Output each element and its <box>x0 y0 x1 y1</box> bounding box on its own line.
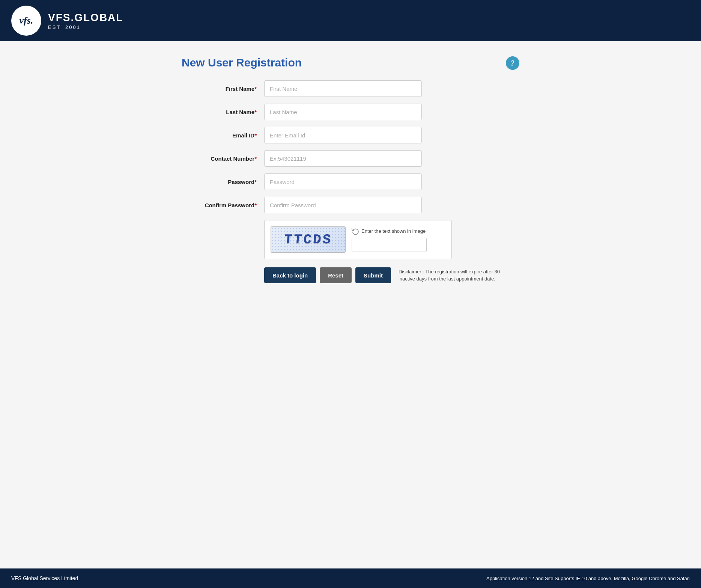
button-row: Back to login Reset Submit Disclaimer : … <box>264 267 519 283</box>
captcha-input[interactable] <box>352 238 427 252</box>
confirm-password-label: Confirm Password* <box>182 202 264 208</box>
contact-input[interactable] <box>264 150 422 167</box>
captcha-instruction-text: Enter the text shown in image <box>361 228 426 234</box>
email-label: Email ID* <box>182 132 264 139</box>
email-input[interactable] <box>264 127 422 143</box>
last-name-input[interactable] <box>264 104 422 120</box>
captcha-image: TTCDS <box>271 226 346 253</box>
footer-right: Application version 12 and Site Supports… <box>486 576 690 581</box>
logo-circle: vfs. <box>11 6 41 36</box>
main-content: ? New User Registration First Name* Last… <box>0 41 701 568</box>
captcha-section: TTCDS Enter the text shown in image <box>264 220 452 259</box>
reset-button[interactable]: Reset <box>320 267 352 283</box>
submit-button[interactable]: Submit <box>355 267 391 283</box>
back-to-login-button[interactable]: Back to login <box>264 267 316 283</box>
disclaimer-text: Disclaimer : The registration will expir… <box>399 268 504 283</box>
captcha-instruction-row: Enter the text shown in image <box>352 227 427 235</box>
page-title: New User Registration <box>182 56 519 69</box>
brand-est: EST. 2001 <box>48 24 123 30</box>
email-row: Email ID* <box>182 127 519 143</box>
contact-label: Contact Number* <box>182 155 264 162</box>
last-name-label: Last Name* <box>182 109 264 115</box>
contact-row: Contact Number* <box>182 150 519 167</box>
first-name-label: First Name* <box>182 86 264 92</box>
brand-name: VFS.GLOBAL <box>48 12 123 24</box>
logo-brand: VFS.GLOBAL EST. 2001 <box>48 12 123 30</box>
password-input[interactable] <box>264 173 422 190</box>
password-row: Password* <box>182 173 519 190</box>
logo-vfs-text: vfs. <box>20 15 33 26</box>
last-name-row: Last Name* <box>182 104 519 120</box>
refresh-icon[interactable] <box>352 227 359 235</box>
captcha-right: Enter the text shown in image <box>352 227 427 252</box>
first-name-input[interactable] <box>264 80 422 97</box>
form-container: ? New User Registration First Name* Last… <box>182 56 519 283</box>
footer-left: VFS Global Services Limited <box>11 575 78 581</box>
password-label: Password* <box>182 179 264 185</box>
captcha-letters: TTCDS <box>283 232 333 247</box>
first-name-row: First Name* <box>182 80 519 97</box>
confirm-password-input[interactable] <box>264 197 422 213</box>
help-icon[interactable]: ? <box>506 56 519 70</box>
confirm-password-row: Confirm Password* <box>182 197 519 213</box>
footer: VFS Global Services Limited Application … <box>0 568 701 588</box>
header: vfs. VFS.GLOBAL EST. 2001 <box>0 0 701 41</box>
